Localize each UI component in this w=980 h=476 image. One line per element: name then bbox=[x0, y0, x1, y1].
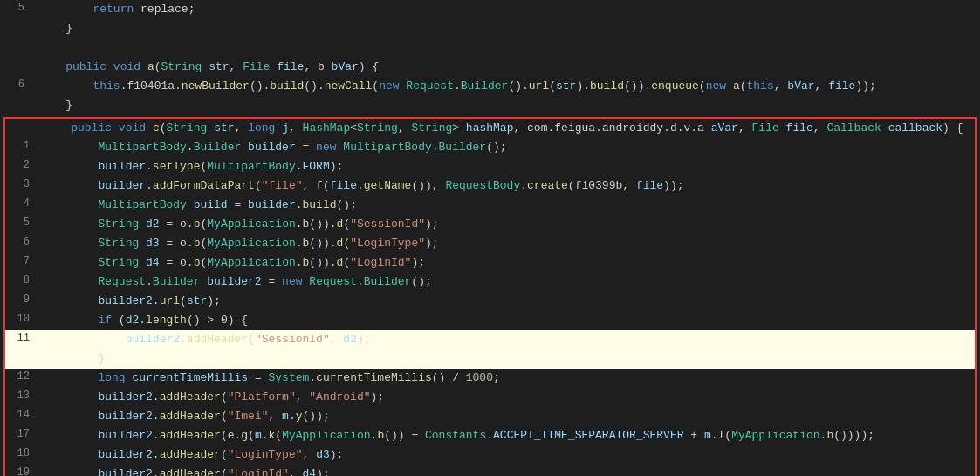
line-number bbox=[5, 120, 40, 133]
code-line: 6 String d3 = o.b(MyApplication.b()).d("… bbox=[5, 234, 975, 253]
code-line: 12 long currentTimeMillis = System.curre… bbox=[5, 369, 975, 388]
line-number: 8 bbox=[5, 273, 40, 286]
line-number bbox=[0, 39, 35, 52]
code-line: 9 builder2.url(str); bbox=[5, 292, 975, 311]
line-number: 12 bbox=[5, 369, 40, 383]
line-number: 5 bbox=[5, 216, 40, 229]
code-content: return replace; bbox=[35, 1, 980, 18]
code-line: 3 builder.addFormDataPart("file", f(file… bbox=[5, 176, 975, 196]
code-content: MultipartBody build = builder.build(); bbox=[40, 197, 975, 214]
code-line: 1 MultipartBody.Builder builder = new Mu… bbox=[5, 138, 975, 157]
code-content: } bbox=[35, 97, 980, 114]
code-line: 17 builder2.addHeader(e.g(m.k(MyApplicat… bbox=[5, 426, 975, 445]
code-content: this.f10401a.newBuilder().build().newCal… bbox=[35, 78, 980, 95]
code-container: 5 return replace; } public void a(String… bbox=[0, 0, 980, 476]
line-number: 10 bbox=[5, 312, 40, 325]
line-number: 18 bbox=[5, 446, 40, 459]
line-number: 11 bbox=[5, 331, 40, 344]
code-content: String d4 = o.b(MyApplication.b()).d("Lo… bbox=[40, 254, 975, 272]
line-number bbox=[5, 350, 40, 363]
code-content: builder2.addHeader("LoginId", d4); bbox=[40, 466, 975, 476]
line-number: 4 bbox=[5, 197, 40, 210]
code-content: String d2 = o.b(MyApplication.b()).d("Se… bbox=[40, 216, 975, 233]
code-line: 5 return replace; bbox=[0, 0, 980, 19]
line-number: 7 bbox=[5, 254, 40, 267]
line-number: 17 bbox=[5, 427, 40, 440]
section-top: 5 return replace; } public void a(String… bbox=[0, 0, 980, 115]
red-box-section: public void c(String str, long j, HashMa… bbox=[3, 117, 977, 476]
code-line: } bbox=[0, 96, 980, 115]
code-line: 7 String d4 = o.b(MyApplication.b()).d("… bbox=[5, 253, 975, 272]
code-line: 2 builder.setType(MultipartBody.FORM); bbox=[5, 157, 975, 176]
line-number: 14 bbox=[5, 408, 40, 421]
code-line-highlighted: } bbox=[5, 349, 975, 369]
code-content: String d3 = o.b(MyApplication.b()).d("Lo… bbox=[40, 235, 975, 252]
code-line: 18 builder2.addHeader("LoginType", d3); bbox=[5, 445, 975, 465]
line-number: 5 bbox=[0, 1, 35, 14]
line-number bbox=[0, 20, 35, 33]
code-line: 19 builder2.addHeader("LoginId", d4); bbox=[5, 465, 975, 476]
code-content: builder.setType(MultipartBody.FORM); bbox=[40, 158, 975, 176]
code-content: if (d2.length() > 0) { bbox=[40, 312, 975, 329]
code-content: long currentTimeMillis = System.currentT… bbox=[40, 369, 975, 387]
code-content: } bbox=[40, 350, 975, 368]
code-line bbox=[0, 38, 980, 58]
line-number bbox=[0, 97, 35, 110]
code-content: builder2.addHeader(e.g(m.k(MyApplication… bbox=[40, 427, 975, 445]
line-number: 6 bbox=[5, 235, 40, 248]
code-content: Request.Builder builder2 = new Request.B… bbox=[40, 273, 975, 291]
code-line: 4 MultipartBody build = builder.build(); bbox=[5, 196, 975, 215]
line-number: 6 bbox=[0, 78, 35, 91]
line-number: 19 bbox=[5, 466, 40, 476]
code-line: 5 String d2 = o.b(MyApplication.b()).d("… bbox=[5, 215, 975, 234]
code-content: builder2.addHeader("LoginType", d3); bbox=[40, 446, 975, 464]
line-number: 3 bbox=[5, 177, 40, 190]
code-line: } bbox=[0, 19, 980, 38]
code-line-highlighted: 11 builder2.addHeader("SessionId", d2); bbox=[5, 330, 975, 349]
code-content: builder2.addHeader("SessionId", d2); bbox=[40, 331, 975, 348]
code-content: MultipartBody.Builder builder = new Mult… bbox=[40, 139, 975, 156]
code-line: 10 if (d2.length() > 0) { bbox=[5, 311, 975, 330]
code-line: public void c(String str, long j, HashMa… bbox=[5, 119, 975, 138]
code-content: public void c(String str, long j, HashMa… bbox=[40, 120, 975, 137]
code-line: 14 builder2.addHeader("Imei", m.y()); bbox=[5, 407, 975, 426]
code-line: 13 builder2.addHeader("Platform", "Andro… bbox=[5, 388, 975, 407]
line-number: 13 bbox=[5, 389, 40, 402]
code-line: 8 Request.Builder builder2 = new Request… bbox=[5, 272, 975, 292]
line-number: 1 bbox=[5, 139, 40, 152]
code-content: } bbox=[35, 20, 980, 38]
code-content: builder2.addHeader("Platform", "Android"… bbox=[40, 389, 975, 406]
code-content: builder2.url(str); bbox=[40, 293, 975, 310]
code-content: builder2.addHeader("Imei", m.y()); bbox=[40, 408, 975, 425]
line-number: 2 bbox=[5, 158, 40, 171]
code-content: public void a(String str, File file, b b… bbox=[35, 59, 980, 76]
code-content bbox=[35, 39, 980, 57]
code-content: builder.addFormDataPart("file", f(file.g… bbox=[40, 177, 975, 195]
line-number: 9 bbox=[5, 293, 40, 306]
code-line: 6 this.f10401a.newBuilder().build().newC… bbox=[0, 77, 980, 96]
line-number bbox=[0, 59, 35, 72]
code-line: public void a(String str, File file, b b… bbox=[0, 58, 980, 77]
